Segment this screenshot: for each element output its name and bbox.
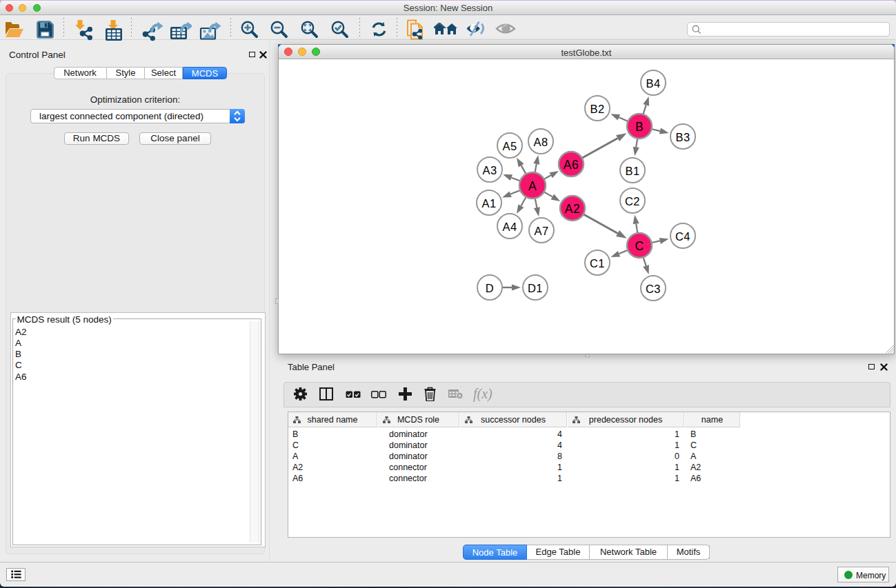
svg-text:C3: C3 xyxy=(646,283,661,295)
svg-text:B2: B2 xyxy=(590,103,604,115)
svg-text:A8: A8 xyxy=(533,136,548,148)
svg-text:A2: A2 xyxy=(565,202,580,216)
svg-text:B: B xyxy=(635,120,644,134)
svg-text:C: C xyxy=(635,239,644,253)
svg-text:C4: C4 xyxy=(675,230,690,243)
svg-text:A: A xyxy=(528,179,537,193)
svg-text:B4: B4 xyxy=(646,77,660,90)
svg-text:A1: A1 xyxy=(481,197,496,210)
svg-text:A7: A7 xyxy=(534,225,548,237)
svg-text:B1: B1 xyxy=(625,165,639,177)
svg-text:D1: D1 xyxy=(528,282,543,294)
svg-text:A3: A3 xyxy=(482,164,497,176)
svg-text:C2: C2 xyxy=(625,195,640,207)
svg-text:A5: A5 xyxy=(502,140,517,152)
svg-text:D: D xyxy=(486,282,494,294)
svg-text:A6: A6 xyxy=(564,158,579,172)
svg-text:A4: A4 xyxy=(502,221,517,233)
svg-text:B3: B3 xyxy=(675,131,690,143)
svg-text:C1: C1 xyxy=(590,257,605,270)
